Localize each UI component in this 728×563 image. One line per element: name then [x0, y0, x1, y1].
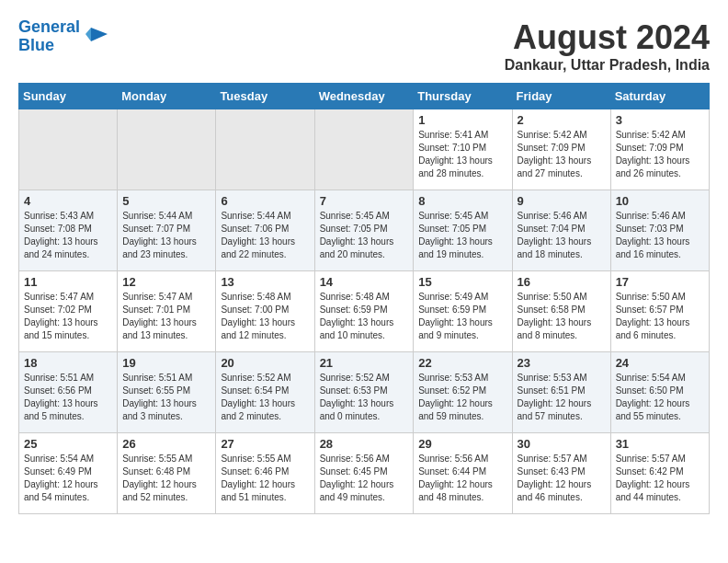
table-row: 18Sunrise: 5:51 AM Sunset: 6:56 PM Dayli…: [19, 352, 118, 433]
day-detail: Sunrise: 5:42 AM Sunset: 7:09 PM Dayligh…: [518, 129, 606, 180]
day-number: 17: [616, 275, 704, 289]
table-row: 20Sunrise: 5:52 AM Sunset: 6:54 PM Dayli…: [216, 352, 314, 433]
svg-marker-1: [85, 28, 91, 41]
table-row: 19Sunrise: 5:51 AM Sunset: 6:55 PM Dayli…: [118, 352, 216, 433]
day-number: 4: [24, 194, 112, 208]
logo-icon: [82, 23, 109, 51]
day-detail: Sunrise: 5:44 AM Sunset: 7:06 PM Dayligh…: [221, 210, 309, 261]
day-number: 7: [320, 194, 409, 208]
table-row: 3Sunrise: 5:42 AM Sunset: 7:09 PM Daylig…: [610, 109, 709, 190]
day-number: 31: [616, 437, 704, 451]
day-number: 29: [418, 437, 506, 451]
page-header: General Blue August 2024 Dankaur, Uttar …: [18, 18, 710, 74]
table-row: 5Sunrise: 5:44 AM Sunset: 7:07 PM Daylig…: [118, 190, 216, 271]
day-number: 2: [518, 113, 606, 127]
day-detail: Sunrise: 5:46 AM Sunset: 7:03 PM Dayligh…: [616, 210, 704, 261]
logo-text: General Blue: [18, 18, 80, 55]
day-number: 24: [616, 356, 704, 370]
day-number: 6: [221, 194, 309, 208]
table-row: 23Sunrise: 5:53 AM Sunset: 6:51 PM Dayli…: [512, 352, 610, 433]
table-row: 21Sunrise: 5:52 AM Sunset: 6:53 PM Dayli…: [314, 352, 414, 433]
day-number: 18: [24, 356, 112, 370]
table-row: 15Sunrise: 5:49 AM Sunset: 6:59 PM Dayli…: [414, 271, 512, 352]
day-number: 19: [122, 356, 210, 370]
table-row: [216, 109, 314, 190]
day-number: 9: [518, 194, 606, 208]
day-detail: Sunrise: 5:54 AM Sunset: 6:49 PM Dayligh…: [24, 453, 112, 504]
day-detail: Sunrise: 5:56 AM Sunset: 6:44 PM Dayligh…: [418, 453, 506, 504]
header-monday: Monday: [118, 84, 216, 109]
day-number: 27: [221, 437, 309, 451]
day-detail: Sunrise: 5:47 AM Sunset: 7:01 PM Dayligh…: [122, 291, 210, 342]
header-tuesday: Tuesday: [216, 84, 314, 109]
day-detail: Sunrise: 5:45 AM Sunset: 7:05 PM Dayligh…: [418, 210, 506, 261]
day-detail: Sunrise: 5:57 AM Sunset: 6:42 PM Dayligh…: [616, 453, 704, 504]
main-title: August 2024: [505, 18, 710, 57]
day-detail: Sunrise: 5:51 AM Sunset: 6:56 PM Dayligh…: [24, 372, 112, 423]
day-detail: Sunrise: 5:48 AM Sunset: 6:59 PM Dayligh…: [320, 291, 409, 342]
day-number: 12: [122, 275, 210, 289]
day-detail: Sunrise: 5:50 AM Sunset: 6:57 PM Dayligh…: [616, 291, 704, 342]
table-row: 24Sunrise: 5:54 AM Sunset: 6:50 PM Dayli…: [610, 352, 709, 433]
table-row: 11Sunrise: 5:47 AM Sunset: 7:02 PM Dayli…: [19, 271, 118, 352]
table-row: 16Sunrise: 5:50 AM Sunset: 6:58 PM Dayli…: [512, 271, 610, 352]
table-row: 2Sunrise: 5:42 AM Sunset: 7:09 PM Daylig…: [512, 109, 610, 190]
table-row: 6Sunrise: 5:44 AM Sunset: 7:06 PM Daylig…: [216, 190, 314, 271]
table-row: 4Sunrise: 5:43 AM Sunset: 7:08 PM Daylig…: [19, 190, 118, 271]
table-row: 28Sunrise: 5:56 AM Sunset: 6:45 PM Dayli…: [314, 433, 414, 514]
day-number: 3: [616, 113, 704, 127]
table-row: 29Sunrise: 5:56 AM Sunset: 6:44 PM Dayli…: [414, 433, 512, 514]
day-detail: Sunrise: 5:51 AM Sunset: 6:55 PM Dayligh…: [122, 372, 210, 423]
table-row: 22Sunrise: 5:53 AM Sunset: 6:52 PM Dayli…: [414, 352, 512, 433]
day-detail: Sunrise: 5:52 AM Sunset: 6:54 PM Dayligh…: [221, 372, 309, 423]
table-row: [19, 109, 118, 190]
day-number: 1: [418, 113, 506, 127]
day-number: 15: [418, 275, 506, 289]
day-detail: Sunrise: 5:53 AM Sunset: 6:51 PM Dayligh…: [518, 372, 606, 423]
day-number: 28: [320, 437, 409, 451]
day-detail: Sunrise: 5:50 AM Sunset: 6:58 PM Dayligh…: [518, 291, 606, 342]
day-detail: Sunrise: 5:52 AM Sunset: 6:53 PM Dayligh…: [320, 372, 409, 423]
table-row: 10Sunrise: 5:46 AM Sunset: 7:03 PM Dayli…: [610, 190, 709, 271]
day-number: 20: [221, 356, 309, 370]
table-row: 12Sunrise: 5:47 AM Sunset: 7:01 PM Dayli…: [118, 271, 216, 352]
day-number: 8: [418, 194, 506, 208]
header-friday: Friday: [512, 84, 610, 109]
day-detail: Sunrise: 5:56 AM Sunset: 6:45 PM Dayligh…: [320, 453, 409, 504]
header-wednesday: Wednesday: [314, 84, 414, 109]
day-detail: Sunrise: 5:55 AM Sunset: 6:48 PM Dayligh…: [122, 453, 210, 504]
table-row: 13Sunrise: 5:48 AM Sunset: 7:00 PM Dayli…: [216, 271, 314, 352]
table-row: 27Sunrise: 5:55 AM Sunset: 6:46 PM Dayli…: [216, 433, 314, 514]
table-row: 30Sunrise: 5:57 AM Sunset: 6:43 PM Dayli…: [512, 433, 610, 514]
day-detail: Sunrise: 5:42 AM Sunset: 7:09 PM Dayligh…: [616, 129, 704, 180]
table-row: [314, 109, 414, 190]
calendar-body: 1Sunrise: 5:41 AM Sunset: 7:10 PM Daylig…: [19, 109, 710, 514]
day-number: 26: [122, 437, 210, 451]
table-row: 26Sunrise: 5:55 AM Sunset: 6:48 PM Dayli…: [118, 433, 216, 514]
day-detail: Sunrise: 5:54 AM Sunset: 6:50 PM Dayligh…: [616, 372, 704, 423]
day-number: 22: [418, 356, 506, 370]
calendar-table: Sunday Monday Tuesday Wednesday Thursday…: [18, 83, 710, 514]
table-row: 8Sunrise: 5:45 AM Sunset: 7:05 PM Daylig…: [414, 190, 512, 271]
day-detail: Sunrise: 5:46 AM Sunset: 7:04 PM Dayligh…: [518, 210, 606, 261]
day-number: 10: [616, 194, 704, 208]
header-thursday: Thursday: [414, 84, 512, 109]
day-detail: Sunrise: 5:55 AM Sunset: 6:46 PM Dayligh…: [221, 453, 309, 504]
day-number: 11: [24, 275, 112, 289]
day-detail: Sunrise: 5:43 AM Sunset: 7:08 PM Dayligh…: [24, 210, 112, 261]
day-number: 30: [518, 437, 606, 451]
day-number: 21: [320, 356, 409, 370]
logo: General Blue: [18, 18, 109, 55]
day-detail: Sunrise: 5:45 AM Sunset: 7:05 PM Dayligh…: [320, 210, 409, 261]
table-row: 9Sunrise: 5:46 AM Sunset: 7:04 PM Daylig…: [512, 190, 610, 271]
day-detail: Sunrise: 5:57 AM Sunset: 6:43 PM Dayligh…: [518, 453, 606, 504]
day-number: 14: [320, 275, 409, 289]
calendar-header: Sunday Monday Tuesday Wednesday Thursday…: [19, 84, 710, 109]
table-row: 31Sunrise: 5:57 AM Sunset: 6:42 PM Dayli…: [610, 433, 709, 514]
day-detail: Sunrise: 5:44 AM Sunset: 7:07 PM Dayligh…: [122, 210, 210, 261]
day-detail: Sunrise: 5:48 AM Sunset: 7:00 PM Dayligh…: [221, 291, 309, 342]
subtitle: Dankaur, Uttar Pradesh, India: [505, 57, 710, 74]
title-block: August 2024 Dankaur, Uttar Pradesh, Indi…: [505, 18, 710, 74]
day-detail: Sunrise: 5:47 AM Sunset: 7:02 PM Dayligh…: [24, 291, 112, 342]
header-saturday: Saturday: [610, 84, 709, 109]
